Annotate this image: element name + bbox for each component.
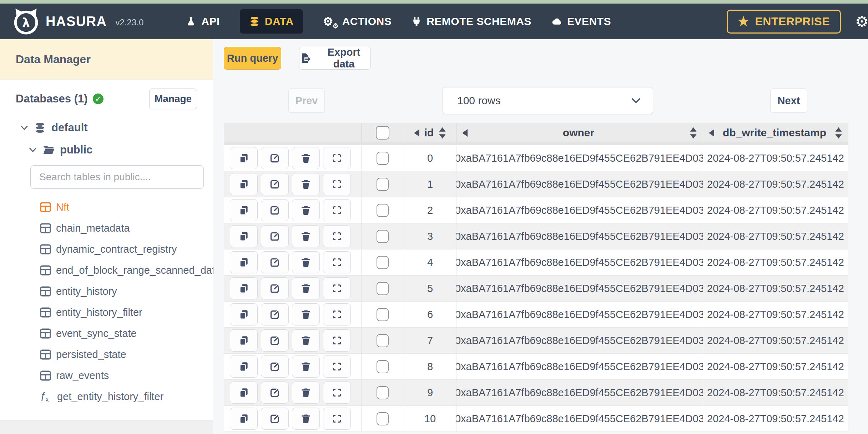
expand-row-button[interactable] xyxy=(323,303,351,326)
sidebar-table-item[interactable]: dynamic_contract_registry xyxy=(0,239,213,260)
nav-item-actions[interactable]: ⚙⚙ ACTIONS xyxy=(323,15,392,28)
delete-row-button[interactable] xyxy=(292,251,320,273)
row-checkbox[interactable] xyxy=(377,204,389,217)
collapse-column-icon[interactable] xyxy=(709,129,714,137)
chevron-down-icon[interactable] xyxy=(20,125,29,131)
expand-row-button[interactable] xyxy=(323,408,351,430)
search-tables-input[interactable] xyxy=(30,165,204,189)
delete-row-button[interactable] xyxy=(292,199,320,221)
header-col-owner[interactable]: owner xyxy=(456,123,703,142)
delete-row-button[interactable] xyxy=(292,147,320,169)
chevron-down-icon[interactable] xyxy=(29,147,37,153)
tree-node-schema[interactable]: public xyxy=(0,141,213,159)
expand-row-button[interactable] xyxy=(323,382,351,404)
edit-row-button[interactable] xyxy=(261,329,289,352)
sidebar-table-item[interactable]: entity_history_filter xyxy=(0,302,213,323)
hasura-logo-icon[interactable]: λ xyxy=(12,7,40,35)
select-all-checkbox[interactable] xyxy=(376,126,389,140)
collapse-column-icon[interactable] xyxy=(414,129,419,137)
nav-item-remote-schemas[interactable]: REMOTE SCHEMAS xyxy=(412,15,531,27)
row-checkbox[interactable] xyxy=(377,152,389,165)
database-name[interactable]: default xyxy=(51,121,88,134)
column-label[interactable]: id xyxy=(424,127,434,139)
export-data-button[interactable]: Export data xyxy=(299,47,371,70)
clone-row-button[interactable] xyxy=(230,199,258,221)
sidebar-table-item[interactable]: persisted_state xyxy=(0,344,213,365)
expand-row-button[interactable] xyxy=(323,147,351,169)
row-checkbox[interactable] xyxy=(377,282,389,295)
sort-icon[interactable] xyxy=(835,127,842,139)
header-col-id[interactable]: id xyxy=(404,123,456,142)
column-label[interactable]: owner xyxy=(563,127,594,139)
delete-row-button[interactable] xyxy=(292,382,320,404)
edit-row-button[interactable] xyxy=(261,277,289,299)
version-label[interactable]: v2.23.0 xyxy=(116,17,144,27)
clone-row-button[interactable] xyxy=(230,355,258,378)
expand-row-button[interactable] xyxy=(323,251,351,273)
expand-row-button[interactable] xyxy=(323,355,351,378)
delete-row-button[interactable] xyxy=(292,408,320,430)
sidebar-table-item[interactable]: entity_history xyxy=(0,281,213,302)
row-checkbox[interactable] xyxy=(377,178,389,191)
edit-row-button[interactable] xyxy=(261,355,289,378)
page-size-select[interactable]: 100 rows xyxy=(443,87,653,114)
row-checkbox[interactable] xyxy=(377,334,389,347)
delete-row-button[interactable] xyxy=(292,303,320,326)
sort-icon[interactable] xyxy=(690,127,697,139)
edit-row-button[interactable] xyxy=(261,251,289,273)
delete-row-button[interactable] xyxy=(292,225,320,247)
edit-row-button[interactable] xyxy=(261,225,289,247)
manage-button[interactable]: Manage xyxy=(149,89,197,109)
sidebar-function-item[interactable]: ƒxget_entity_history_filter xyxy=(0,386,213,407)
row-checkbox[interactable] xyxy=(377,386,389,399)
edit-row-button[interactable] xyxy=(261,147,289,169)
nav-item-api[interactable]: API xyxy=(186,15,220,27)
nav-item-events[interactable]: EVENTS xyxy=(551,15,611,27)
schema-name[interactable]: public xyxy=(60,143,92,156)
delete-row-button[interactable] xyxy=(292,277,320,299)
nav-item-data[interactable]: DATA xyxy=(240,9,303,34)
edit-row-button[interactable] xyxy=(261,382,289,404)
next-page-button[interactable]: Next xyxy=(770,89,807,113)
clone-row-button[interactable] xyxy=(230,277,258,299)
run-query-button[interactable]: Run query xyxy=(224,47,281,70)
column-label[interactable]: db_write_timestamp xyxy=(723,127,826,139)
clone-row-button[interactable] xyxy=(230,329,258,352)
sidebar-table-item[interactable]: event_sync_state xyxy=(0,323,213,344)
clone-row-button[interactable] xyxy=(230,173,258,195)
delete-row-button[interactable] xyxy=(292,173,320,195)
sidebar-table-item[interactable]: end_of_block_range_scanned_data xyxy=(0,260,213,281)
row-checkbox[interactable] xyxy=(377,412,389,425)
delete-row-button[interactable] xyxy=(292,329,320,352)
sidebar-table-item[interactable]: chain_metadata xyxy=(0,218,213,239)
edit-row-button[interactable] xyxy=(261,173,289,195)
tree-node-database[interactable]: default xyxy=(0,119,213,137)
sidebar-table-item[interactable]: raw_events xyxy=(0,365,213,386)
sort-icon[interactable] xyxy=(439,127,446,139)
edit-row-button[interactable] xyxy=(261,199,289,221)
clone-row-button[interactable] xyxy=(230,303,258,326)
expand-row-button[interactable] xyxy=(323,329,351,352)
edit-row-button[interactable] xyxy=(261,303,289,326)
row-checkbox[interactable] xyxy=(377,308,389,321)
settings-gear-icon[interactable]: ⚙ xyxy=(855,13,868,30)
edit-row-button[interactable] xyxy=(261,408,289,430)
prev-page-button[interactable]: Prev xyxy=(288,89,325,113)
row-checkbox[interactable] xyxy=(377,256,389,269)
delete-row-button[interactable] xyxy=(292,355,320,378)
expand-row-button[interactable] xyxy=(323,173,351,195)
row-checkbox[interactable] xyxy=(377,360,389,373)
collapse-column-icon[interactable] xyxy=(462,129,468,137)
enterprise-button[interactable]: ★ ENTERPRISE xyxy=(727,10,841,34)
clone-row-button[interactable] xyxy=(230,251,258,273)
clone-row-button[interactable] xyxy=(230,382,258,404)
expand-row-button[interactable] xyxy=(323,277,351,299)
sidebar-table-item[interactable]: Nft xyxy=(0,197,213,218)
expand-row-button[interactable] xyxy=(323,199,351,221)
clone-row-button[interactable] xyxy=(230,225,258,247)
expand-row-button[interactable] xyxy=(323,225,351,247)
clone-row-button[interactable] xyxy=(230,408,258,430)
row-checkbox[interactable] xyxy=(377,230,389,243)
header-col-db-write-timestamp[interactable]: db_write_timestamp xyxy=(703,123,848,142)
clone-row-button[interactable] xyxy=(230,147,258,169)
